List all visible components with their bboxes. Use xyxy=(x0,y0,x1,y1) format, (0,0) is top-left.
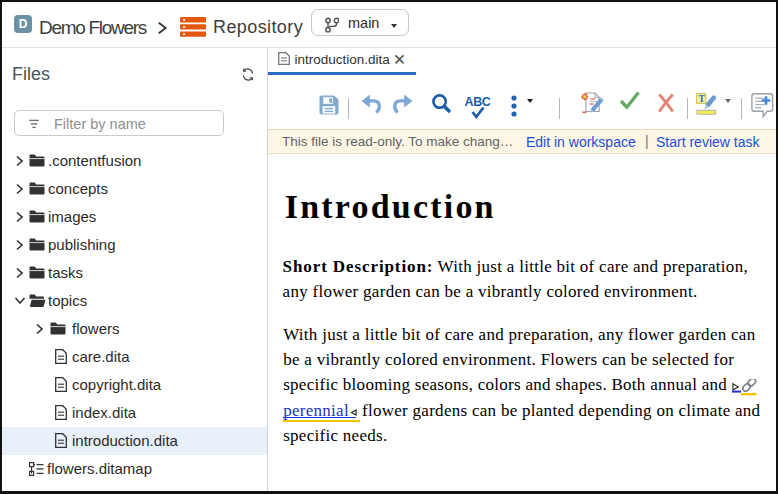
svg-text:T: T xyxy=(699,94,706,104)
svg-text:ABC: ABC xyxy=(465,95,491,109)
